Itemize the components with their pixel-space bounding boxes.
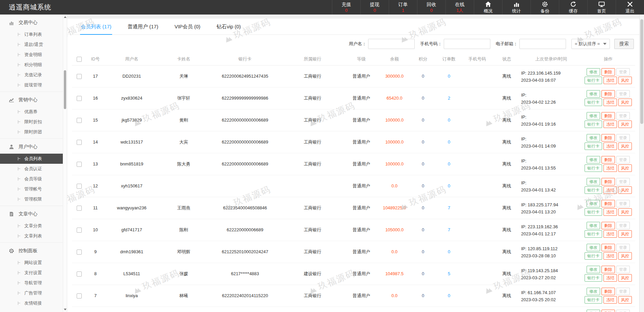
edit-button[interactable]: 修改 [587,288,600,295]
login-button[interactable]: 登录 [616,288,630,295]
topbar-menu-item[interactable]: 缓存 [559,0,587,15]
login-button[interactable]: 登录 [616,68,630,76]
bank-card-button[interactable]: 银行卡 [585,252,602,260]
bank-card-button[interactable]: 银行卡 [585,208,602,216]
sidebar-item[interactable]: 积分明细 [0,60,63,70]
risk-button[interactable]: 风控 [618,142,632,150]
edit-button[interactable]: 修改 [587,266,600,273]
sidebar-item[interactable]: 充值记录 [0,70,63,80]
row-checkbox[interactable] [77,162,82,167]
topbar-stat[interactable]: 在线 1人 [445,0,474,15]
sidebar-item[interactable]: 会员等级 [0,174,63,184]
edit-button[interactable]: 修改 [587,178,600,185]
delete-button[interactable]: 删除 [601,200,615,207]
sidebar-section-header[interactable]: 控制面板 [0,244,63,258]
risk-button[interactable]: 风控 [618,99,632,106]
cell-orders-link[interactable]: 2 [436,87,462,109]
login-button[interactable]: 登录 [616,112,630,120]
sidebar-item[interactable]: 文章分类 [0,221,63,231]
sidebar-item[interactable]: 提现管理 [0,80,63,90]
topbar-stat[interactable]: 提现 0 [360,0,389,15]
freeze-button[interactable]: 冻结 [603,99,617,106]
cell-orders-link[interactable]: 0 [436,175,462,197]
cell-orders-link[interactable] [436,307,462,312]
topbar-menu-item[interactable]: 备份 [531,0,559,15]
login-button[interactable]: 登录 [616,134,630,141]
sidebar-item[interactable]: 网站设置 [0,258,63,268]
page-scrollbar-thumb[interactable] [640,19,643,124]
freeze-button[interactable]: 冻结 [603,186,617,194]
sidebar-item[interactable]: 管理帐号 [0,184,63,194]
delete-button[interactable]: 删除 [601,112,615,120]
sidebar-item[interactable]: 导航管理 [0,278,63,288]
sidebar-item[interactable]: 资金明细 [0,50,63,60]
edit-button[interactable]: 修改 [587,244,600,251]
topbar-menu-item[interactable]: 统计 [502,0,531,15]
sidebar-scrollbar[interactable] [63,15,67,312]
topbar-menu-item[interactable]: 概况 [474,0,502,15]
bank-card-button[interactable]: 银行卡 [585,77,602,84]
risk-button[interactable]: 风控 [618,121,632,128]
sidebar-scrollbar-thumb[interactable] [64,70,66,109]
risk-button[interactable]: 风控 [618,274,632,282]
risk-button[interactable]: 风控 [618,208,632,216]
risk-button[interactable]: 风控 [618,164,632,172]
login-button[interactable]: 登录 [616,222,630,229]
bank-card-button[interactable]: 银行卡 [585,121,602,128]
login-button[interactable]: 登录 [616,266,630,273]
bank-card-button[interactable]: 银行卡 [585,186,602,194]
freeze-button[interactable]: 冻结 [603,208,617,216]
sidebar-item[interactable]: 优惠券 [0,107,63,117]
row-checkbox[interactable] [77,206,82,211]
bank-card-button[interactable]: 银行卡 [585,274,602,282]
login-button[interactable]: 登录 [616,178,630,185]
edit-button[interactable]: 修改 [587,310,600,312]
cell-orders-link[interactable]: 7 [436,197,462,219]
row-checkbox[interactable] [77,140,82,145]
sidebar-section-header[interactable]: 交易中心 [0,16,63,29]
member-list-tab[interactable]: VIP会员 (0) [174,24,201,34]
login-button[interactable]: 登录 [616,90,630,98]
login-button[interactable]: 登录 [616,244,630,251]
risk-button[interactable]: 风控 [618,296,632,304]
edit-button[interactable]: 修改 [587,68,600,76]
freeze-button[interactable]: 冻结 [603,252,617,260]
risk-button[interactable]: 风控 [618,252,632,260]
delete-button[interactable]: 删除 [601,90,615,98]
sidebar-item[interactable]: 友情链接 [0,298,63,308]
sidebar-item[interactable]: 限时拼团 [0,127,63,137]
edit-button[interactable]: 修改 [587,222,600,229]
sidebar-section-header[interactable]: 营销中心 [0,93,63,107]
bank-card-button[interactable]: 银行卡 [585,164,602,172]
login-button[interactable]: 登录 [616,200,630,207]
login-button[interactable]: 登录 [616,156,630,163]
delete-button[interactable]: 删除 [601,178,615,185]
topbar-menu-item[interactable]: 首页 [587,0,616,15]
member-list-tab[interactable]: 会员列表 (17) [80,24,112,34]
delete-button[interactable]: 删除 [601,244,615,251]
cell-orders-link[interactable]: 0 [436,241,462,263]
edit-button[interactable]: 修改 [587,112,600,120]
topbar-stat[interactable]: 回收 0 [417,0,445,15]
delete-button[interactable]: 删除 [601,266,615,273]
member-list-tab[interactable]: 钻石vip (0) [216,24,241,34]
topbar-stat[interactable]: 充值 0 [332,0,360,15]
topbar-menu-item[interactable]: 退出 [616,0,644,15]
freeze-button[interactable]: 冻结 [603,274,617,282]
delete-button[interactable]: 删除 [601,222,615,229]
phone-input[interactable] [444,39,490,49]
delete-button[interactable]: 删除 [601,68,615,76]
bank-card-button[interactable]: 银行卡 [585,230,602,238]
topbar-stat[interactable]: 订单 1 [389,0,417,15]
edit-button[interactable]: 修改 [587,200,600,207]
delete-button[interactable]: 删除 [601,310,615,312]
edit-button[interactable]: 修改 [587,134,600,141]
cell-orders-link[interactable]: 5 [436,263,462,285]
cell-orders-link[interactable]: 7 [436,219,462,241]
sidebar-item[interactable]: 管理权限 [0,194,63,204]
sidebar-item[interactable]: 广告管理 [0,288,63,298]
cell-orders-link[interactable]: 0 [436,131,462,153]
sidebar-item[interactable]: 退款/退货 [0,40,63,50]
freeze-button[interactable]: 冻结 [603,77,617,84]
sidebar-item[interactable]: 限时折扣 [0,117,63,127]
